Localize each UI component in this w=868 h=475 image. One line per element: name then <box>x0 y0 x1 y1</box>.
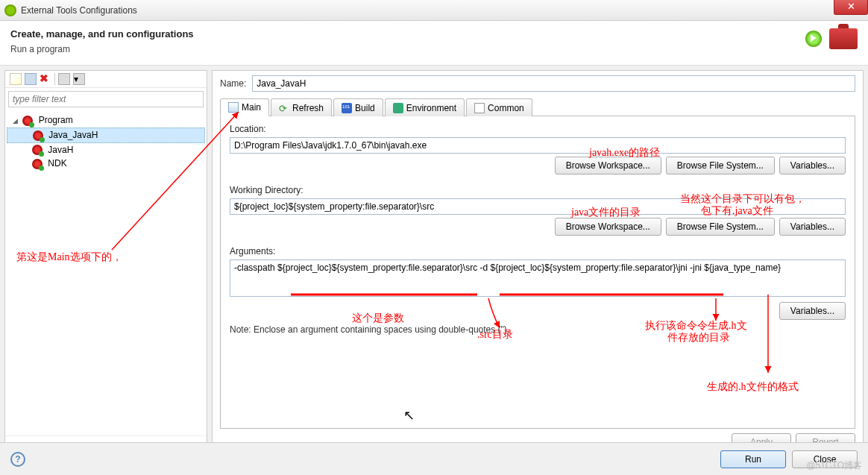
workdir-group: Working Directory: Browse Workspace... B… <box>230 185 846 236</box>
header-subtitle: Run a program <box>10 44 194 54</box>
arguments-label: Arguments: <box>230 246 846 257</box>
help-icon[interactable]: ? <box>10 452 25 467</box>
program-icon <box>33 130 43 141</box>
config-tree[interactable]: Program Java_JavaH JavaH NDK <box>5 110 207 435</box>
main-area: ✖ ▾ Program Java_JavaH JavaH NDK <box>0 66 868 461</box>
tree-item-label: Java_JavaH <box>48 130 98 140</box>
location-browse-filesystem-button[interactable]: Browse File System... <box>666 157 775 174</box>
toolbar-separator <box>54 73 55 85</box>
tab-build[interactable]: Build <box>333 98 383 116</box>
location-label: Location: <box>230 124 846 134</box>
location-group: Location: Browse Workspace... Browse Fil… <box>230 124 846 174</box>
duplicate-config-icon[interactable] <box>25 73 37 85</box>
window-titlebar: External Tools Configurations ✕ <box>0 0 868 21</box>
filter-input[interactable] <box>8 91 204 107</box>
build-icon <box>342 103 352 113</box>
tab-label: Common <box>488 103 524 113</box>
common-icon <box>474 103 485 113</box>
tab-environment[interactable]: Environment <box>385 98 465 116</box>
run-icon <box>805 31 822 47</box>
workdir-label: Working Directory: <box>230 185 846 195</box>
new-config-icon[interactable] <box>10 73 22 85</box>
header-title: Create, manage, and run configurations <box>10 28 194 40</box>
arguments-note: Note: Enclose an argument containing spa… <box>230 324 846 335</box>
main-icon <box>228 102 239 113</box>
tab-refresh[interactable]: ⟳Refresh <box>271 98 332 116</box>
location-input[interactable] <box>230 137 846 154</box>
tree-item-label: NDK <box>48 158 66 169</box>
tree-item-ndk[interactable]: NDK <box>7 157 205 171</box>
dialog-footer: ? Run Close <box>0 442 868 475</box>
tab-label: Main <box>242 102 261 113</box>
name-row: Name: <box>220 75 855 92</box>
location-browse-workspace-button[interactable]: Browse Workspace... <box>555 157 661 174</box>
workdir-browse-filesystem-button[interactable]: Browse File System... <box>666 218 775 236</box>
workdir-browse-workspace-button[interactable]: Browse Workspace... <box>555 218 661 236</box>
environment-icon <box>393 103 403 113</box>
tab-main-content: Location: Browse Workspace... Browse Fil… <box>220 116 855 429</box>
toolbox-icon <box>829 28 858 49</box>
arguments-input[interactable] <box>230 259 846 297</box>
refresh-icon: ⟳ <box>279 103 289 113</box>
arguments-variables-button[interactable]: Variables... <box>779 302 846 320</box>
delete-config-icon[interactable]: ✖ <box>40 73 51 85</box>
window-title: External Tools Configurations <box>21 5 137 16</box>
location-variables-button[interactable]: Variables... <box>779 157 846 174</box>
tree-item-label: JavaH <box>48 145 73 155</box>
window-close-button[interactable]: ✕ <box>834 0 868 15</box>
workdir-variables-button[interactable]: Variables... <box>779 218 846 236</box>
collapse-all-icon[interactable] <box>58 73 70 85</box>
tab-label: Build <box>355 103 375 113</box>
program-icon <box>32 145 43 155</box>
expand-all-icon[interactable]: ▾ <box>73 73 85 85</box>
name-label: Name: <box>220 78 246 89</box>
arguments-group: Arguments: Variables... Note: Enclose an… <box>230 246 846 335</box>
tab-common[interactable]: Common <box>466 98 532 116</box>
tab-label: Refresh <box>292 103 324 113</box>
config-form-panel: Name: Main ⟳Refresh Build Environment Co… <box>212 70 864 456</box>
tree-item-javah[interactable]: JavaH <box>7 143 205 157</box>
watermark: @51CTO博客 <box>806 459 862 472</box>
tab-bar: Main ⟳Refresh Build Environment Common <box>220 98 855 116</box>
name-input[interactable] <box>252 75 855 92</box>
tab-main[interactable]: Main <box>220 98 269 116</box>
filter-box <box>8 91 204 107</box>
program-icon <box>22 116 33 126</box>
tree-item-java-javah[interactable]: Java_JavaH <box>7 128 205 143</box>
dialog-header: Create, manage, and run configurations R… <box>0 21 868 66</box>
program-icon <box>32 159 43 169</box>
tree-root-label: Program <box>39 115 73 125</box>
tree-toolbar: ✖ ▾ <box>5 71 207 88</box>
tree-root-program[interactable]: Program <box>7 113 205 128</box>
run-button[interactable]: Run <box>720 450 786 468</box>
app-icon <box>4 4 16 16</box>
workdir-input[interactable] <box>230 198 846 215</box>
tab-label: Environment <box>406 103 456 113</box>
config-tree-panel: ✖ ▾ Program Java_JavaH JavaH NDK <box>4 70 207 456</box>
